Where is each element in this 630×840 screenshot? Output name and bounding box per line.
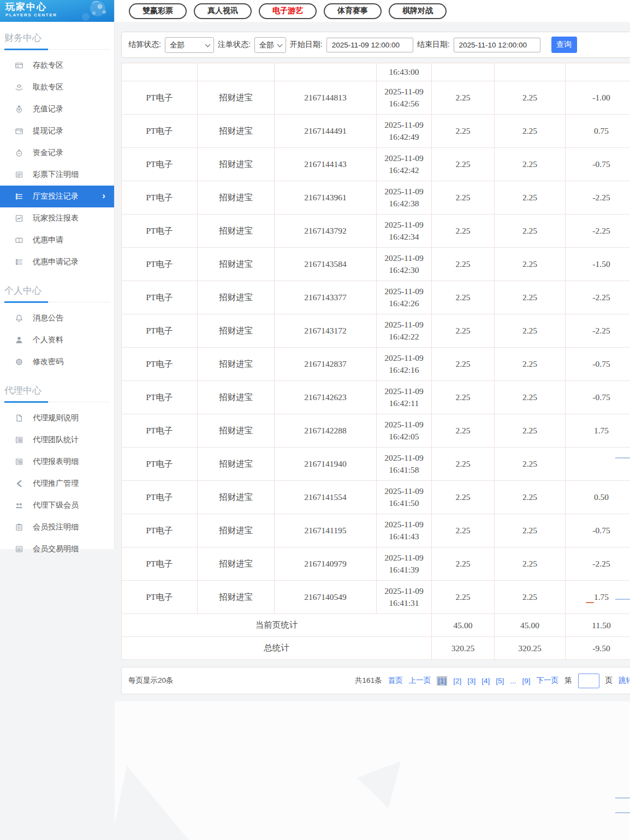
table-row: PT电子招财进宝21671411952025-11-0916:41:432.25… bbox=[122, 514, 630, 547]
sidebar-item-coin-purse[interactable]: 资金记录 bbox=[0, 142, 114, 164]
section-header: 代理中心 bbox=[4, 380, 110, 402]
table-body: 16:43:00PT电子招财进宝21671448132025-11-0916:4… bbox=[122, 63, 630, 660]
cell-game bbox=[198, 63, 275, 81]
report-detail-icon bbox=[15, 457, 23, 466]
cell-valid-bet: 2.25 bbox=[495, 414, 566, 447]
nav-pill[interactable]: 棋牌对战 bbox=[389, 3, 447, 19]
bet-date: 2025-11-09 bbox=[384, 419, 424, 431]
table-row: PT电子招财进宝21671422882025-11-0916:42:052.25… bbox=[122, 414, 630, 448]
sidebar-item-promo-ticket[interactable]: 优惠申请 bbox=[0, 229, 114, 251]
jump-button[interactable]: 跳转 bbox=[619, 676, 630, 686]
cell-hall: PT电子 bbox=[122, 281, 198, 314]
cell-bet-amount: 2.25 bbox=[432, 281, 495, 314]
table-row: PT电子招财进宝21671431722025-11-0916:42:222.25… bbox=[122, 314, 630, 348]
sidebar-item-promo-record[interactable]: 优惠申请记录 bbox=[0, 251, 114, 273]
page-number[interactable]: [9] bbox=[522, 677, 530, 685]
promo-ticket-icon bbox=[15, 236, 23, 245]
cell-hall: PT电子 bbox=[122, 314, 198, 347]
sidebar-item-wallet[interactable]: 提现记录 bbox=[0, 120, 114, 142]
cell-order-number: 2167143377 bbox=[275, 281, 377, 314]
first-page-link[interactable]: 首页 bbox=[388, 676, 403, 686]
cell-order-number: 2167142837 bbox=[275, 348, 377, 380]
cell-time: 2025-11-0916:42:42 bbox=[377, 148, 432, 181]
cell-game: 招财进宝 bbox=[198, 348, 275, 380]
cell-bet-amount: 2.25 bbox=[432, 414, 495, 447]
cell-hall: PT电子 bbox=[122, 348, 198, 380]
prev-page-link[interactable]: 上一页 bbox=[409, 676, 431, 686]
sidebar-item-gear[interactable]: 修改密码 bbox=[0, 351, 114, 373]
section-accent-underline bbox=[4, 301, 48, 303]
nav-pill[interactable]: 真人视讯 bbox=[194, 3, 252, 19]
query-button[interactable]: 查询 bbox=[551, 37, 577, 53]
cell-hall: PT电子 bbox=[122, 248, 198, 281]
gear-icon bbox=[15, 358, 23, 366]
table-row: PT电子招财进宝21671437922025-11-0916:42:342.25… bbox=[122, 215, 630, 248]
sidebar-item-hall-record[interactable]: 厅室投注记录› bbox=[0, 186, 114, 207]
page-number[interactable]: [3] bbox=[467, 677, 476, 685]
nav-pill[interactable]: 体育赛事 bbox=[324, 3, 382, 19]
cell-hall bbox=[122, 63, 198, 81]
cell-order-number: 2167142288 bbox=[275, 414, 377, 447]
sidebar-item-money-bag[interactable]: 充值记录 bbox=[0, 98, 114, 120]
sidebar-item-withdraw-hand[interactable]: 取款专区 bbox=[0, 76, 114, 98]
sidebar-item-team-report[interactable]: 代理团队统计 bbox=[0, 429, 114, 451]
sidebar-item-member-trade[interactable]: 会员交易明细 bbox=[0, 538, 114, 560]
page-number[interactable]: [1] bbox=[437, 676, 447, 686]
summary-row: 总统计320.25320.25-9.50 bbox=[122, 637, 630, 660]
bet-time: 16:42:05 bbox=[389, 431, 419, 443]
nav-pill[interactable]: 雙赢彩票 bbox=[129, 3, 187, 19]
settle-status-select[interactable]: 全部 bbox=[165, 37, 214, 53]
cell-time: 2025-11-0916:41:58 bbox=[377, 448, 432, 480]
bet-date: 2025-11-09 bbox=[384, 352, 424, 364]
nav-pill[interactable]: 电子游艺 bbox=[259, 3, 317, 19]
table-row: PT电子招财进宝21671426232025-11-0916:42:112.25… bbox=[122, 381, 630, 414]
cell-game: 招财进宝 bbox=[198, 81, 275, 114]
order-status-select[interactable]: 全部 bbox=[254, 37, 286, 53]
sidebar-item-bell[interactable]: 消息公告 bbox=[0, 307, 114, 329]
cell-bet-amount: 2.25 bbox=[432, 547, 495, 580]
bet-time: 16:42:11 bbox=[389, 397, 419, 409]
page-ellipsis[interactable]: ... bbox=[510, 677, 516, 685]
sidebar-item-member-bet[interactable]: 会员投注明细 bbox=[0, 516, 114, 538]
sidebar-item-report-detail[interactable]: 代理报表明细 bbox=[0, 451, 114, 473]
menu-group: 存款专区取款专区充值记录提现记录资金记录彩票下注明细厅室投注记录›玩家投注报表优… bbox=[0, 50, 114, 275]
cell-win-loss: 0.50 bbox=[566, 481, 630, 514]
cell-bet-amount: 2.25 bbox=[432, 81, 495, 114]
sidebar-item-bank-card[interactable]: 存款专区 bbox=[0, 55, 114, 76]
cell-win-loss: -1.00 bbox=[566, 81, 630, 114]
end-date-input[interactable] bbox=[454, 38, 540, 52]
cell-hall: PT电子 bbox=[122, 181, 198, 214]
cell-hall: PT电子 bbox=[122, 481, 198, 514]
pagination-controls: 共161条 首页 上一页 [1][2][3][4][5]...[9] 下一页 第… bbox=[355, 674, 630, 688]
filter-bar: 结算状态: 全部 注单状态: 全部 开始日期: 结束日期: 查询 bbox=[121, 32, 630, 58]
summary-label: 当前页统计 bbox=[122, 614, 432, 636]
sidebar-item-lottery-detail[interactable]: 彩票下注明细 bbox=[0, 164, 114, 186]
summary-row: 当前页统计45.0045.0011.50 bbox=[122, 614, 630, 637]
sidebar-item-person[interactable]: 个人资料 bbox=[0, 329, 114, 351]
page-number[interactable]: [2] bbox=[453, 677, 461, 685]
cell-hall: PT电子 bbox=[122, 414, 198, 447]
next-page-link[interactable]: 下一页 bbox=[537, 676, 559, 686]
section-accent-underline bbox=[4, 49, 48, 50]
sidebar-item-player-report[interactable]: 玩家投注报表 bbox=[0, 207, 114, 229]
sidebar-item-members[interactable]: 代理下级会员 bbox=[0, 495, 114, 516]
sidebar-item-label: 彩票下注明细 bbox=[33, 170, 79, 180]
page-jump-input[interactable] bbox=[578, 674, 599, 688]
cell-valid-bet: 2.25 bbox=[495, 115, 566, 147]
sidebar-item-share[interactable]: 代理推广管理 bbox=[0, 473, 114, 495]
bet-date: 2025-11-09 bbox=[384, 585, 424, 597]
sidebar-item-document[interactable]: 代理规则说明 bbox=[0, 407, 114, 429]
table-row: PT电子招财进宝21671409792025-11-0916:41:392.25… bbox=[122, 547, 630, 581]
table-row: PT电子招财进宝21671448132025-11-0916:42:562.25… bbox=[122, 81, 630, 115]
page-number[interactable]: [5] bbox=[496, 677, 504, 685]
table-row: PT电子招财进宝21671444912025-11-0916:42:492.25… bbox=[122, 115, 630, 148]
page-number[interactable]: [4] bbox=[482, 677, 490, 685]
start-date-input[interactable] bbox=[326, 38, 413, 52]
document-icon bbox=[15, 414, 23, 422]
cell-valid-bet: 2.25 bbox=[495, 547, 566, 580]
cell-valid-bet bbox=[495, 63, 566, 81]
cell-win-loss bbox=[566, 63, 630, 81]
cell-hall: PT电子 bbox=[122, 115, 198, 147]
bet-time: 16:42:34 bbox=[389, 231, 419, 243]
withdraw-hand-icon bbox=[15, 83, 23, 92]
